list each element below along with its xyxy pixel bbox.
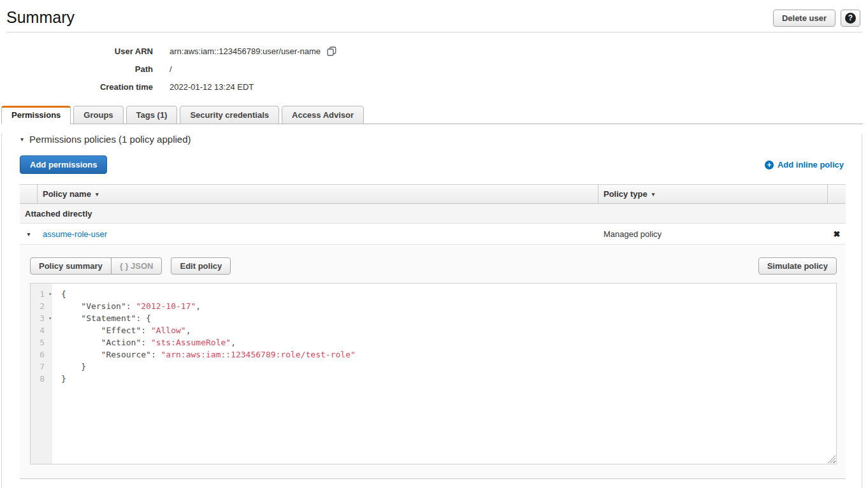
table-group-row: Attached directly — [20, 204, 846, 224]
permissions-tab-panel: ▾ Permissions policies (1 policy applied… — [1, 134, 862, 488]
code-token: "sts:AssumeRole" — [151, 338, 231, 347]
policy-detail-panel: Policy summary { } JSON Edit policy Simu… — [20, 245, 846, 479]
header-expand-cell — [20, 185, 38, 203]
header-divider — [6, 32, 862, 32]
code-token: "2012-10-17" — [136, 301, 196, 311]
tab-access-advisor[interactable]: Access Advisor — [282, 106, 364, 124]
tab-groups[interactable]: Groups — [73, 106, 123, 124]
expand-caret-icon[interactable]: ▾ — [27, 231, 30, 238]
code-token: "Effect": — [61, 326, 151, 335]
code-token: "Action": — [61, 338, 151, 347]
collapse-caret-icon: ▾ — [20, 136, 24, 143]
code-line: "Statement": { — [61, 312, 836, 324]
column-header-policy-name[interactable]: Policy name ▾ — [38, 185, 598, 203]
delete-user-button[interactable]: Delete user — [773, 10, 835, 27]
header-action-cell — [828, 185, 846, 203]
add-inline-policy-label: Add inline policy — [778, 160, 844, 169]
policy-type-header-label: Policy type — [604, 189, 647, 199]
edit-policy-button[interactable]: Edit policy — [171, 257, 231, 275]
header-actions: Delete user ? — [773, 10, 860, 27]
tab-security-credentials[interactable]: Security credentials — [180, 106, 279, 124]
line-number: 7 — [31, 361, 52, 373]
line-number-text: 2 — [40, 301, 45, 311]
user-detail-row: User ARNarn:aws:iam::123456789:user/user… — [0, 42, 868, 60]
plus-circle-icon: + — [765, 161, 774, 169]
line-number: 4 — [31, 324, 52, 336]
line-number-text: 6 — [40, 350, 45, 359]
copy-icon[interactable] — [327, 47, 336, 56]
line-number-text: 1 — [40, 289, 45, 299]
sort-caret-icon: ▾ — [652, 191, 655, 197]
code-line: } — [61, 373, 836, 385]
tab-strip: PermissionsGroupsTags (1)Security creden… — [1, 106, 863, 124]
line-number: 5 — [31, 336, 52, 348]
policy-table: Policy name ▾ Policy type ▾ Attached dir… — [20, 184, 846, 245]
tab-tags-1[interactable]: Tags (1) — [126, 106, 178, 124]
line-number: 8 — [31, 373, 52, 385]
editor-gutter: 1▾23▾45678 — [31, 283, 52, 464]
json-view-button[interactable]: { } JSON — [111, 257, 163, 275]
line-number: 3▾ — [31, 312, 52, 324]
code-token: "Allow" — [151, 326, 186, 335]
user-detail-row: Creation time2022-01-12 13:24 EDT — [0, 78, 868, 96]
page-title: Summary — [6, 8, 75, 27]
line-number-text: 3 — [40, 313, 45, 323]
line-number-text: 5 — [40, 338, 45, 347]
policy-type-value: Managed policy — [604, 229, 662, 239]
fold-caret-icon[interactable]: ▾ — [48, 312, 52, 324]
group-row-label: Attached directly — [25, 209, 92, 219]
code-line: "Action": "sts:AssumeRole", — [61, 336, 836, 348]
line-number-text: 8 — [40, 374, 45, 384]
permissions-policies-section-toggle[interactable]: ▾ Permissions policies (1 policy applied… — [20, 134, 862, 145]
line-number-text: 4 — [40, 326, 45, 335]
help-button[interactable]: ? — [841, 10, 860, 27]
policy-detail-toolbar: Policy summary { } JSON Edit policy Simu… — [30, 257, 837, 275]
page-header: Summary Delete user ? — [0, 0, 868, 27]
code-token: } — [61, 374, 66, 384]
code-token: } — [61, 362, 86, 371]
editor-code: { "Version": "2012-10-17", "Statement": … — [52, 283, 836, 464]
user-detail-row: Path/ — [0, 60, 868, 78]
code-token: "arn:aws:iam::123456789:role/test-role" — [161, 350, 356, 359]
field-label: Creation time — [0, 82, 153, 92]
add-permissions-button[interactable]: Add permissions — [20, 155, 107, 174]
remove-policy-icon[interactable]: ✖ — [834, 229, 841, 239]
tab-permissions[interactable]: Permissions — [1, 106, 71, 124]
simulate-policy-button[interactable]: Simulate policy — [758, 257, 837, 275]
code-line: "Resource": "arn:aws:iam::123456789:role… — [61, 348, 836, 361]
policy-view-toggle: Policy summary { } JSON — [30, 257, 162, 275]
policy-table-row: ▾ assume-role-user Managed policy ✖ — [20, 224, 846, 245]
policy-name-link[interactable]: assume-role-user — [43, 229, 107, 239]
policy-name-header-label: Policy name — [43, 189, 91, 199]
code-token: , — [186, 326, 191, 335]
line-number: 1▾ — [31, 288, 52, 300]
line-number: 6 — [31, 348, 52, 361]
user-details: User ARNarn:aws:iam::123456789:user/user… — [0, 42, 868, 96]
help-icon: ? — [845, 13, 856, 24]
field-label: User ARN — [0, 47, 153, 56]
code-token: { — [61, 289, 66, 299]
table-header-row: Policy name ▾ Policy type ▾ — [20, 184, 846, 204]
code-line: "Version": "2012-10-17", — [61, 300, 836, 312]
field-label: Path — [0, 64, 153, 74]
field-value: 2022-01-12 13:24 EDT — [170, 82, 254, 92]
section-title: Permissions policies (1 policy applied) — [29, 134, 191, 145]
code-token: "Version": — [61, 301, 136, 311]
add-inline-policy-link[interactable]: + Add inline policy — [765, 160, 844, 169]
line-number: 2 — [31, 300, 52, 312]
column-header-policy-type[interactable]: Policy type ▾ — [598, 185, 828, 203]
code-line: { — [61, 288, 836, 300]
field-value: / — [170, 64, 172, 74]
code-token: , — [231, 338, 236, 347]
code-token: "Statement": { — [61, 313, 151, 323]
code-token: , — [196, 301, 201, 311]
fold-caret-icon[interactable]: ▾ — [48, 288, 52, 300]
code-line: "Effect": "Allow", — [61, 324, 836, 336]
sort-caret-icon: ▾ — [96, 191, 99, 197]
policy-summary-button[interactable]: Policy summary — [30, 257, 112, 275]
code-line: } — [61, 361, 836, 373]
permissions-actions-row: Add permissions + Add inline policy — [20, 155, 844, 174]
line-number-text: 7 — [40, 362, 45, 371]
field-value: arn:aws:iam::123456789:user/user-name — [170, 47, 321, 56]
policy-json-editor[interactable]: 1▾23▾45678 { "Version": "2012-10-17", "S… — [30, 283, 837, 464]
